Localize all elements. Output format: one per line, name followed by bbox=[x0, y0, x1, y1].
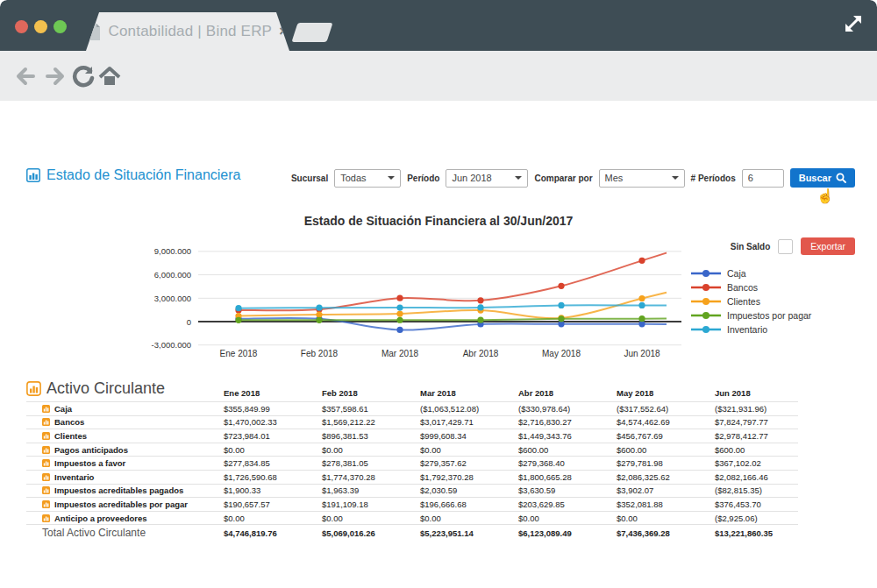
data-point[interactable] bbox=[558, 302, 564, 308]
table-row: Pagos anticipados$0.00$0.00$0.00$600.00$… bbox=[26, 443, 798, 457]
data-point[interactable] bbox=[477, 304, 483, 310]
new-tab-button[interactable] bbox=[291, 23, 332, 42]
data-point[interactable] bbox=[638, 258, 645, 264]
total-value: $5,223,951.14 bbox=[420, 528, 518, 538]
data-point[interactable] bbox=[558, 283, 564, 289]
data-point[interactable] bbox=[477, 297, 483, 303]
legend-item[interactable]: Inventario bbox=[690, 323, 811, 335]
cell-value: $279,781.98 bbox=[617, 458, 715, 468]
browser-tab[interactable]: Contabilidad | Bind ERP × bbox=[86, 12, 289, 51]
forward-icon[interactable] bbox=[44, 65, 67, 88]
sin-saldo-checkbox[interactable] bbox=[778, 239, 793, 254]
row-chart-icon[interactable] bbox=[42, 405, 50, 413]
chart-legend: CajaBancosClientesImpuestos por pagarInv… bbox=[690, 267, 811, 335]
back-icon[interactable] bbox=[14, 65, 37, 88]
cell-value: $1,726,590.68 bbox=[224, 472, 322, 482]
legend-label: Caja bbox=[727, 268, 746, 279]
maximize-window-button[interactable] bbox=[53, 20, 67, 33]
data-point[interactable] bbox=[396, 317, 403, 323]
periodo-select[interactable]: Jun 2018 bbox=[446, 169, 528, 188]
legend-item[interactable]: Bancos bbox=[690, 281, 811, 293]
data-point[interactable] bbox=[477, 317, 483, 323]
data-point[interactable] bbox=[316, 305, 322, 311]
cell-value: $600.00 bbox=[715, 445, 798, 455]
legend-item[interactable]: Caja bbox=[690, 267, 811, 279]
legend-marker-icon bbox=[690, 310, 722, 321]
periodo-label: Período bbox=[407, 174, 439, 183]
cell-value: $196,666.68 bbox=[420, 499, 518, 509]
close-window-button[interactable] bbox=[15, 20, 28, 33]
cell-value: $600.00 bbox=[617, 445, 715, 455]
cell-value: $279,357.62 bbox=[420, 458, 518, 468]
data-point[interactable] bbox=[235, 317, 241, 323]
table-row: Impuestos a favor$277,834.85$278,381.05$… bbox=[26, 456, 798, 470]
row-chart-icon[interactable] bbox=[42, 418, 50, 426]
column-header: Feb 2018 bbox=[322, 388, 420, 398]
data-point[interactable] bbox=[316, 317, 322, 323]
row-chart-icon[interactable] bbox=[42, 500, 50, 508]
reload-icon[interactable] bbox=[72, 65, 95, 88]
browser-window: Contabilidad | Bind ERP × bbox=[0, 0, 877, 588]
data-point[interactable] bbox=[638, 315, 645, 322]
page-title-text: Estado de Situación Financiera bbox=[46, 167, 240, 183]
comparar-select[interactable]: Mes bbox=[599, 169, 685, 188]
data-point[interactable] bbox=[396, 311, 403, 317]
data-point[interactable] bbox=[396, 304, 403, 310]
cell-value: $2,978,412.77 bbox=[715, 431, 798, 441]
data-point[interactable] bbox=[638, 321, 645, 327]
chevron-down-icon bbox=[388, 176, 395, 180]
legend-item[interactable]: Clientes bbox=[690, 295, 811, 307]
sucursal-select[interactable]: Todas bbox=[334, 169, 401, 188]
legend-marker-icon bbox=[690, 296, 722, 307]
data-point[interactable] bbox=[316, 311, 322, 317]
data-point[interactable] bbox=[235, 305, 241, 311]
cell-value: $600.00 bbox=[518, 445, 617, 455]
buscar-button[interactable]: Buscar bbox=[790, 168, 855, 188]
table-body: Caja$355,849.99$357,598.61($1,063,512.08… bbox=[26, 401, 798, 524]
row-label: Impuestos acreditables pagados bbox=[26, 485, 224, 495]
cell-value: $1,470,002.33 bbox=[224, 417, 322, 427]
home-icon[interactable] bbox=[98, 65, 121, 88]
cell-value: $0.00 bbox=[322, 445, 420, 455]
data-point[interactable] bbox=[396, 295, 403, 301]
cell-value: $1,963.39 bbox=[322, 485, 420, 495]
total-value: $4,746,819.76 bbox=[224, 528, 322, 538]
table-total-row: Total Activo Circulante $4,746,819.76$5,… bbox=[26, 524, 798, 541]
row-chart-icon[interactable] bbox=[42, 514, 50, 522]
cell-value: $3,017,429.71 bbox=[420, 417, 518, 427]
browser-titlebar: Contabilidad | Bind ERP × bbox=[0, 0, 877, 51]
tab-close-icon[interactable]: × bbox=[279, 25, 287, 39]
comparar-label: Comparar por bbox=[534, 174, 592, 183]
row-chart-icon[interactable] bbox=[42, 486, 50, 494]
section-header: Activo Circulante bbox=[26, 379, 224, 398]
cell-value: $0.00 bbox=[420, 445, 518, 455]
row-chart-icon[interactable] bbox=[42, 432, 50, 440]
row-chart-icon[interactable] bbox=[42, 446, 50, 454]
exportar-button[interactable]: Exportar bbox=[801, 237, 855, 255]
cell-value: $278,381.05 bbox=[322, 458, 420, 468]
y-tick-label: 3,000.000 bbox=[154, 294, 191, 303]
table-row: Impuestos acreditables pagados$1,900.33$… bbox=[26, 484, 798, 498]
minimize-window-button[interactable] bbox=[34, 20, 47, 33]
row-chart-icon[interactable] bbox=[42, 459, 50, 467]
x-tick-label: Feb 2018 bbox=[301, 349, 339, 358]
cell-value: $355,849.99 bbox=[224, 404, 322, 414]
cell-value: $279,368.40 bbox=[518, 458, 617, 468]
row-chart-icon[interactable] bbox=[42, 473, 50, 481]
data-point[interactable] bbox=[638, 302, 645, 308]
data-point[interactable] bbox=[638, 295, 645, 301]
table-row: Clientes$723,984.01$896,381.53$999,608.3… bbox=[26, 429, 798, 443]
legend-label: Clientes bbox=[727, 296, 760, 307]
legend-item[interactable]: Impuestos por pagar bbox=[690, 309, 811, 321]
cell-value: $2,082,166.46 bbox=[715, 472, 798, 482]
row-label-text: Pagos anticipados bbox=[54, 445, 128, 455]
sin-saldo-label: Sin Saldo bbox=[731, 242, 771, 251]
data-point[interactable] bbox=[558, 315, 564, 322]
cell-value: $3,630.59 bbox=[518, 485, 617, 495]
row-label-text: Clientes bbox=[54, 431, 87, 441]
row-label: Impuestos acreditables por pagar bbox=[26, 499, 224, 509]
financial-table: Activo Circulante Ene 2018Feb 2018Mar 20… bbox=[26, 379, 798, 541]
data-point[interactable] bbox=[396, 327, 403, 333]
expand-icon[interactable] bbox=[842, 12, 865, 35]
num-periodos-input[interactable] bbox=[742, 169, 784, 188]
